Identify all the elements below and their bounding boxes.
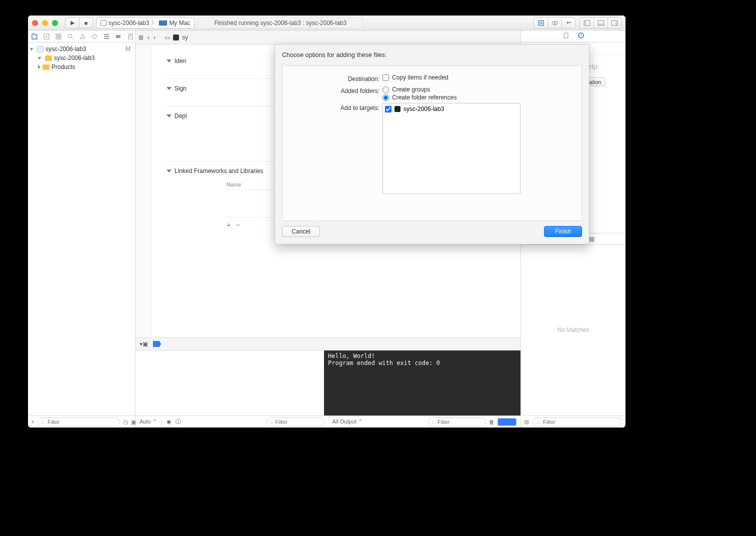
toggle-debug-button[interactable] [594,18,608,28]
add-to-targets-label: Add to targets: [300,103,382,113]
auto-scope-selector[interactable]: Auto ⌃ [140,418,157,425]
debug-pane-toggle[interactable] [498,418,516,426]
variables-filter-field[interactable]: ⌕ [266,418,324,426]
console-filter-field[interactable]: ⌕ [428,418,486,426]
navigator-footer: + ⌕ ◷ ▣ [28,416,135,428]
version-editor-button[interactable]: ↩︎ [562,18,576,28]
go-back-icon[interactable]: ‹ [148,34,150,41]
create-references-input[interactable] [382,94,389,101]
svg-rect-17 [59,37,61,39]
window-controls [32,20,58,26]
copy-items-checkbox[interactable]: Copy items if needed [382,74,448,81]
destination-label: Destination: [300,74,382,84]
find-navigator-icon[interactable] [67,32,74,40]
add-framework-button[interactable]: + [226,220,231,229]
disclosure-icon[interactable]: ▾ [30,46,35,52]
add-file-button[interactable]: + [31,418,34,426]
run-button[interactable]: ▶ [65,18,79,28]
disclosure-icon[interactable] [166,114,172,118]
cancel-button[interactable]: Cancel [282,226,320,237]
project-navigator-icon[interactable] [31,32,38,40]
file-inspector-icon[interactable] [562,32,570,40]
added-folders-label: Added folders: [300,86,382,96]
mac-icon [159,20,167,26]
create-groups-label: Create groups [392,86,430,93]
disclosure-icon[interactable] [166,87,172,90]
console-view[interactable]: Hello, World! Program ended with exit co… [324,350,520,416]
test-navigator-icon[interactable] [91,32,98,40]
navigator-selector-bar [28,30,135,42]
zoom-window-button[interactable] [52,20,58,26]
svg-rect-16 [56,37,58,39]
create-groups-input[interactable] [382,86,389,93]
disclosure-icon[interactable] [166,60,172,62]
variables-filter-input[interactable] [276,419,320,425]
editor-area: ⊞ ‹ › ▭ sy Iden [136,30,520,428]
toggle-navigator-button[interactable] [580,18,594,28]
disclosure-icon[interactable] [38,64,40,70]
recents-scope-button[interactable]: ◷ [123,418,128,426]
library-filter-field[interactable]: ⌕ [533,418,622,426]
output-scope-selector[interactable]: All Output ⌃ [332,418,362,425]
sidebar-toggle-icon[interactable]: ▭ [164,34,170,41]
print-description-icon[interactable]: ⓘ [176,418,181,426]
breakpoints-icon[interactable] [153,341,161,347]
library-filter-input[interactable] [543,419,619,425]
assistant-editor-button[interactable] [548,18,562,28]
debug-body: Hello, World! Program ended with exit co… [136,350,520,416]
clear-console-icon[interactable]: 🗑 [489,419,494,425]
quicklook-icon[interactable]: ◉ [166,418,172,425]
issue-navigator-icon[interactable] [79,32,86,40]
source-control-navigator-icon[interactable] [43,32,50,40]
scm-badge: M [124,46,132,52]
navigator-filter-input[interactable] [48,419,116,425]
create-references-radio[interactable]: Create folder references [382,94,456,101]
breakpoint-navigator-icon[interactable] [115,32,122,40]
targets-list[interactable]: sysc-2006-lab3 [382,103,520,194]
media-library-icon[interactable]: ▦ [589,236,594,242]
search-icon: ⌕ [432,419,435,425]
minimize-window-button[interactable] [42,20,48,26]
disclosure-icon[interactable]: ▾ [38,54,43,62]
variables-view[interactable] [136,350,324,416]
jump-bar[interactable]: ⊞ ‹ › ▭ sy [136,30,520,44]
scheme-target-label: My Mac [169,20,190,26]
added-folders-row: Added folders: Create groups Create fold… [300,86,574,101]
target-checkbox[interactable] [385,106,392,112]
tree-group[interactable]: Products [28,62,135,72]
stop-button[interactable]: ■ [79,18,93,28]
close-window-button[interactable] [32,20,38,26]
symbol-navigator-icon[interactable] [55,32,62,40]
scheme-selector[interactable]: sysc-2006-lab3 〉 My Mac [96,18,194,28]
target-row[interactable]: sysc-2006-lab3 [385,106,518,112]
toggle-utilities-button[interactable] [608,18,622,28]
grid-icon[interactable]: ⊞ [524,418,529,426]
scheme-project-label: sysc-2006-lab3 [108,20,149,26]
project-tree[interactable]: ▾ sysc-2006-lab3 M ▾ sysc-2006-lab3 Prod… [28,42,135,416]
remove-framework-button[interactable]: − [236,220,240,229]
go-forward-icon[interactable]: › [154,34,156,41]
report-navigator-icon[interactable] [127,32,134,40]
related-items-icon[interactable]: ⊞ [138,34,144,41]
svg-rect-15 [59,34,61,36]
svg-rect-11 [616,20,618,26]
debug-navigator-icon[interactable] [103,32,110,40]
console-line: Hello, World! [328,352,375,360]
quick-help-inspector-icon[interactable]: ? [578,32,584,40]
project-icon [37,46,44,52]
library-body: No Matches [521,245,626,416]
hide-debug-icon[interactable]: ▾▣ [140,340,148,348]
tree-root[interactable]: ▾ sysc-2006-lab3 M [28,44,135,54]
svg-rect-9 [598,24,604,26]
destination-row: Destination: Copy items if needed [300,74,574,84]
navigator-filter-field[interactable]: ⌕ [38,418,120,426]
finish-button[interactable]: Finish [544,226,582,237]
activity-viewer: Finished running sysc-2006-lab3 : sysc-2… [198,18,363,28]
disclosure-icon[interactable] [166,170,172,172]
tree-group[interactable]: ▾ sysc-2006-lab3 [28,54,135,62]
jump-path[interactable]: ▭ sy [164,34,188,41]
copy-items-input[interactable] [382,74,389,81]
create-groups-radio[interactable]: Create groups [382,86,456,93]
standard-editor-button[interactable] [534,18,548,28]
console-filter-input[interactable] [438,419,482,425]
